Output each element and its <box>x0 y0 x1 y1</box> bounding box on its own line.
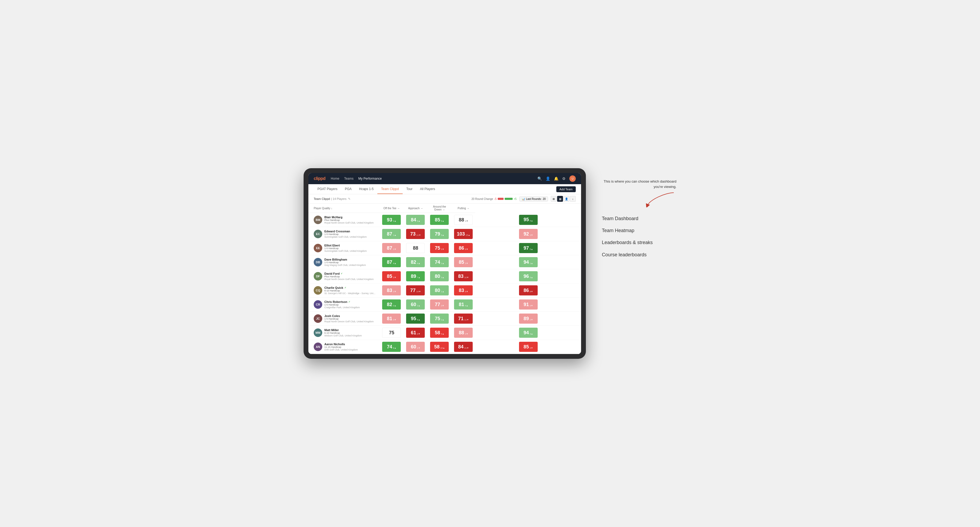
score-change: 8▲ <box>441 220 444 222</box>
score-box: 882▼ <box>454 328 473 338</box>
nav-home[interactable]: Home <box>331 177 339 181</box>
score-cell-7-2: 752▲ <box>428 312 451 326</box>
player-cell-1[interactable]: ECEdward Crossman1-5 HandicapSunningdale… <box>312 228 377 240</box>
score-change: 4▲ <box>417 262 420 265</box>
score-value: 58 <box>435 330 440 336</box>
score-box: 941▲ <box>519 257 538 267</box>
player-name: Dave Billingham <box>325 258 375 261</box>
main-content: Player Quality ↓ Off the Tee → Approach … <box>309 204 581 354</box>
view-heatmap-btn[interactable]: ▦ <box>557 196 563 202</box>
nav-my-performance[interactable]: My Performance <box>358 177 382 181</box>
score-value: 93 <box>387 217 392 223</box>
annotation-text: This is where you can choose which dashb… <box>602 179 676 189</box>
score-value: 96 <box>523 274 529 279</box>
score-cell-8-4: 943▲ <box>476 326 581 340</box>
add-team-button[interactable]: Add Team <box>556 186 576 192</box>
score-cell-2-4: 975▲ <box>476 241 581 255</box>
search-icon[interactable]: 🔍 <box>538 176 542 181</box>
subnav-pga[interactable]: PGA <box>341 184 355 194</box>
last-rounds-label: Last Rounds: <box>526 197 542 200</box>
score-box: 613▼ <box>406 328 425 338</box>
col-header-approach[interactable]: Approach → <box>403 204 428 213</box>
nav-teams[interactable]: Teams <box>344 177 353 181</box>
table-row: JCJosh Coles1-5 HandicapRoyal North Devo… <box>309 312 581 326</box>
player-name: Elliot Ebert <box>325 244 375 247</box>
score-cell-3-2: 741▲ <box>428 255 451 269</box>
score-value: 86 <box>459 245 464 251</box>
score-value: 60 <box>411 344 416 350</box>
score-cell-3-4: 941▲ <box>476 255 581 269</box>
score-change: 21▼ <box>465 347 469 349</box>
score-cell-1-3: 10315▲ <box>451 227 476 241</box>
score-change: 4▲ <box>393 262 396 265</box>
score-cell-1-4: 923▼ <box>476 227 581 241</box>
score-value: 75 <box>435 316 440 322</box>
player-cell-3[interactable]: DBDave Billingham1-5 HandicapGog Magog G… <box>312 256 377 268</box>
player-cell-9[interactable]: ANAaron Nicholls11-15 HandicapDrift Golf… <box>312 341 377 352</box>
score-change: 2▲ <box>441 319 444 321</box>
score-box: 858▲ <box>430 215 449 225</box>
player-cell-5[interactable]: CQCharlie Quick ✓6-10 HandicapSt. George… <box>312 284 377 296</box>
settings-icon[interactable]: ⚙ <box>562 176 566 181</box>
score-box: 934▲ <box>382 215 401 225</box>
player-cell-8[interactable]: MMMatt Miller6-10 HandicapWoburn Golf Cl… <box>312 327 377 338</box>
score-box: 943▲ <box>519 328 538 338</box>
score-change: 3▼ <box>441 305 444 307</box>
score-change: 3▼ <box>530 234 533 237</box>
subnav-tour[interactable]: Tour <box>402 184 416 194</box>
score-value: 88 <box>459 330 464 336</box>
dashboard-options: Team Dashboard Team Heatmap Leaderboards… <box>602 215 676 258</box>
score-change: 3▲ <box>530 333 533 335</box>
col-header-player[interactable]: Player Quality ↓ <box>309 204 379 213</box>
avatar[interactable]: U <box>570 175 576 182</box>
nav-links: Home Teams My Performance <box>331 177 382 181</box>
player-cell-0[interactable]: BMBlair McHargPlus HandicapRoyal North D… <box>312 214 377 226</box>
person-icon[interactable]: 👤 <box>546 176 550 181</box>
score-box: 923▼ <box>519 229 538 239</box>
score-box: 88 <box>406 243 425 253</box>
player-name: Aaron Nicholls <box>325 343 375 346</box>
score-cell-5-4: 868▼ <box>476 284 581 298</box>
arrow-line <box>602 191 676 207</box>
player-club: Royal North Devon Golf Club, United King… <box>325 278 375 281</box>
last-rounds-value: 20 <box>543 197 546 200</box>
view-grid-btn[interactable]: ⊞ <box>551 196 557 202</box>
score-value: 97 <box>523 245 529 251</box>
score-cell-5-0: 833▼ <box>379 284 403 298</box>
player-cell-6[interactable]: CRChris Robertson ✓1-5 HandicapCraigmill… <box>312 298 377 310</box>
score-box: 866▼ <box>454 243 473 253</box>
subnav-pgat[interactable]: PGAT Players <box>314 184 341 194</box>
score-value: 103 <box>457 231 465 237</box>
score-box: 868▼ <box>519 285 538 295</box>
bell-icon[interactable]: 🔔 <box>554 176 558 181</box>
player-cell-2[interactable]: EEElliot Ebert1-5 HandicapSunningdale Go… <box>312 242 377 254</box>
score-box: 7111▼ <box>454 314 473 324</box>
edit-icon[interactable]: ✎ <box>348 197 350 201</box>
player-name: David Ford ✓ <box>325 272 375 275</box>
score-value: 94 <box>523 259 529 265</box>
team-controls: 20 Round Change -5 +5 📊 Last Rounds: 20 … <box>471 196 576 202</box>
subnav-all-players[interactable]: All Players <box>416 184 439 194</box>
col-header-putting[interactable]: Putting → <box>451 204 476 213</box>
score-value: 74 <box>387 344 392 350</box>
score-cell-9-3: 8421▼ <box>451 340 476 354</box>
view-person-btn[interactable]: 👤 <box>563 196 570 202</box>
subnav-team-clippd[interactable]: Team Clippd <box>377 184 402 194</box>
score-cell-5-3: 836▼ <box>451 284 476 298</box>
col-header-tee[interactable]: Off the Tee → <box>379 204 403 213</box>
player-cell-4[interactable]: DFDavid Ford ✓Plus HandicapRoyal North D… <box>312 270 377 282</box>
score-change: 11▼ <box>465 319 469 321</box>
player-club: Woburn Golf Club, United Kingdom <box>325 334 375 337</box>
player-cell-7[interactable]: JCJosh Coles1-5 HandicapRoyal North Devo… <box>312 313 377 324</box>
score-cell-9-0: 748▲ <box>379 340 403 354</box>
col-header-around[interactable]: Around the Green → <box>428 204 451 213</box>
top-nav: clippd Home Teams My Performance 🔍 👤 🔔 ⚙… <box>309 173 581 184</box>
view-download-btn[interactable]: ↓ <box>570 196 576 202</box>
score-cell-3-0: 874▲ <box>379 255 403 269</box>
score-value: 77 <box>435 302 440 307</box>
last-rounds-button[interactable]: 📊 Last Rounds: 20 <box>519 197 548 202</box>
score-cell-0-1: 846▲ <box>403 213 428 227</box>
score-cell-3-1: 824▲ <box>403 255 428 269</box>
subnav-hcaps[interactable]: Hcaps 1-5 <box>355 184 377 194</box>
score-box: 854▼ <box>519 342 538 352</box>
